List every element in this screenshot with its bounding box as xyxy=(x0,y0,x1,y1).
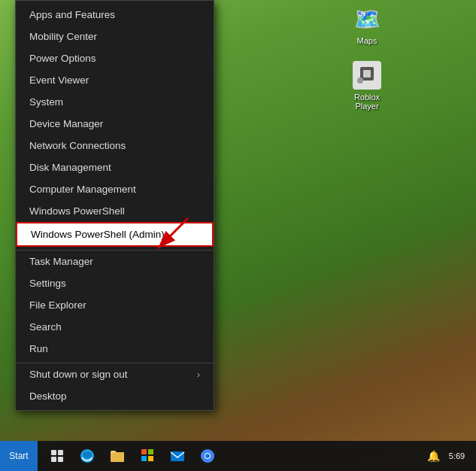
menu-item-windows-powershell-admin[interactable]: Windows PowerShell (Admin) xyxy=(16,222,214,247)
menu-item-apps-features[interactable]: Apps and Features xyxy=(16,4,214,26)
chevron-right-icon: › xyxy=(197,369,200,380)
start-button[interactable]: Start xyxy=(0,441,38,471)
svg-rect-14 xyxy=(141,456,147,461)
taskbar-task-view-icon[interactable] xyxy=(44,442,71,469)
taskbar-edge-icon[interactable] xyxy=(74,442,101,469)
taskbar-store-icon[interactable] xyxy=(134,442,161,469)
taskbar: Start xyxy=(0,441,476,471)
menu-item-run[interactable]: Run xyxy=(16,338,214,360)
svg-rect-15 xyxy=(148,456,153,461)
taskbar-file-explorer-icon[interactable] xyxy=(104,442,131,469)
maps-icon-image: 🗺️ xyxy=(352,4,382,34)
menu-item-windows-powershell[interactable]: Windows PowerShell xyxy=(16,200,214,222)
menu-item-disk-management[interactable]: Disk Management xyxy=(16,156,214,178)
roblox-icon-label: RobloxPlayer xyxy=(354,93,380,111)
svg-point-19 xyxy=(205,454,210,458)
svg-rect-16 xyxy=(171,451,184,461)
roblox-desktop-icon[interactable]: RobloxPlayer xyxy=(341,60,393,111)
svg-rect-7 xyxy=(58,450,63,455)
svg-rect-11 xyxy=(111,452,124,462)
menu-item-file-explorer[interactable]: File Explorer xyxy=(16,294,214,316)
svg-rect-2 xyxy=(363,70,371,77)
svg-rect-6 xyxy=(51,450,56,455)
menu-item-shut-down[interactable]: Shut down or sign out › xyxy=(16,363,214,385)
menu-item-power-options[interactable]: Power Options xyxy=(16,47,214,69)
menu-item-network-connections[interactable]: Network Connections xyxy=(16,135,214,156)
maps-desktop-icon[interactable]: 🗺️ Maps xyxy=(341,4,393,45)
menu-item-search[interactable]: Search xyxy=(16,316,214,338)
menu-item-task-manager[interactable]: Task Manager xyxy=(16,250,214,272)
menu-item-settings[interactable]: Settings xyxy=(16,272,214,294)
context-menu: Apps and Features Mobility Center Power … xyxy=(15,0,214,411)
menu-item-system[interactable]: System xyxy=(16,91,214,113)
svg-rect-12 xyxy=(141,449,147,454)
tray-notification-icon[interactable]: 🔔 xyxy=(426,448,441,463)
taskbar-tray: 🔔 5:69 xyxy=(420,448,476,463)
menu-item-computer-management[interactable]: Computer Management xyxy=(16,178,214,200)
svg-rect-13 xyxy=(148,449,153,454)
menu-item-mobility-center[interactable]: Mobility Center xyxy=(16,26,214,47)
taskbar-chrome-icon[interactable] xyxy=(194,442,221,469)
svg-rect-8 xyxy=(51,457,56,462)
menu-item-device-manager[interactable]: Device Manager xyxy=(16,113,214,135)
tray-clock: 5:69 xyxy=(444,448,470,463)
roblox-icon-image xyxy=(352,60,382,90)
menu-item-desktop[interactable]: Desktop xyxy=(16,385,214,407)
menu-item-event-viewer[interactable]: Event Viewer xyxy=(16,69,214,91)
taskbar-mail-icon[interactable] xyxy=(164,442,191,469)
svg-point-3 xyxy=(357,77,363,84)
svg-rect-9 xyxy=(58,457,63,462)
maps-icon-label: Maps xyxy=(357,36,377,45)
taskbar-icons-area xyxy=(38,442,420,469)
